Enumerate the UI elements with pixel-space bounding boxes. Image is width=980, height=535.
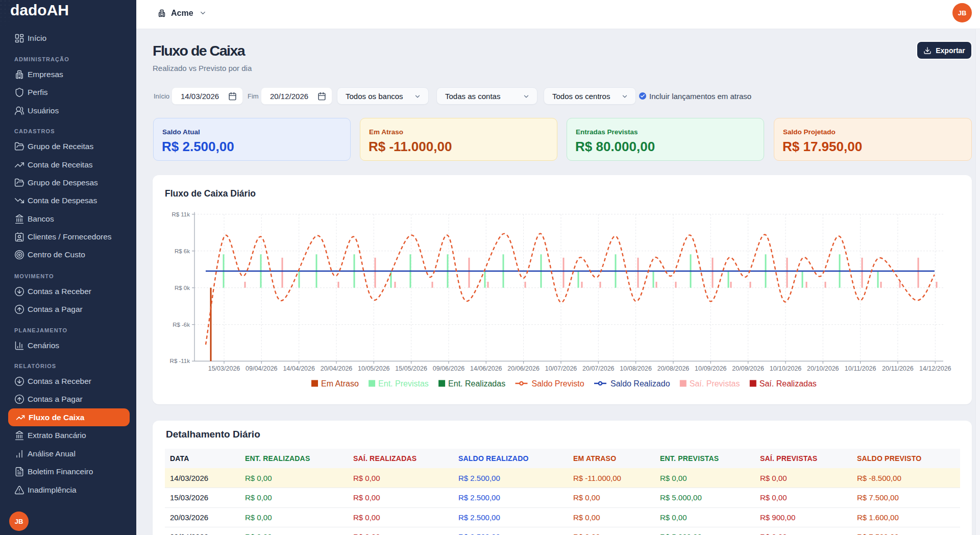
svg-text:Saí. Realizadas: Saí. Realizadas <box>760 379 817 388</box>
svg-text:14/12/2026: 14/12/2026 <box>919 365 951 372</box>
svg-text:10/10/2026: 10/10/2026 <box>770 365 802 372</box>
svg-text:15/03/2026: 15/03/2026 <box>208 365 240 372</box>
svg-text:09/04/2026: 09/04/2026 <box>246 365 278 372</box>
svg-text:14/06/2026: 14/06/2026 <box>470 365 502 372</box>
svg-text:Em Atraso: Em Atraso <box>321 379 359 388</box>
svg-text:20/11/2026: 20/11/2026 <box>882 365 914 372</box>
svg-text:Saldo Realizado: Saldo Realizado <box>610 379 670 388</box>
svg-text:10/09/2026: 10/09/2026 <box>695 365 727 372</box>
svg-text:R$ 11k: R$ 11k <box>172 211 190 217</box>
svg-text:20/10/2026: 20/10/2026 <box>807 365 839 372</box>
svg-text:R$ -6k: R$ -6k <box>173 322 190 328</box>
svg-text:R$ 0k: R$ 0k <box>175 285 190 291</box>
svg-text:15/05/2026: 15/05/2026 <box>395 365 427 372</box>
svg-text:10/05/2026: 10/05/2026 <box>358 365 390 372</box>
svg-text:Saldo Previsto: Saldo Previsto <box>532 379 584 388</box>
svg-text:R$ 6k: R$ 6k <box>175 248 190 254</box>
svg-text:20/08/2026: 20/08/2026 <box>657 365 690 372</box>
svg-text:Fluxo de Caixa Diário: Fluxo de Caixa Diário <box>165 188 256 199</box>
svg-text:R$ -11k: R$ -11k <box>170 358 190 364</box>
svg-text:Saí. Previstas: Saí. Previstas <box>690 379 740 388</box>
svg-text:20/09/2026: 20/09/2026 <box>732 365 764 372</box>
svg-text:Ent. Previstas: Ent. Previstas <box>378 379 429 388</box>
svg-text:10/07/2026: 10/07/2026 <box>545 365 577 372</box>
svg-text:20/04/2026: 20/04/2026 <box>321 365 353 372</box>
svg-text:10/08/2026: 10/08/2026 <box>620 365 652 372</box>
svg-text:14/04/2026: 14/04/2026 <box>283 365 315 372</box>
svg-text:20/07/2026: 20/07/2026 <box>582 365 615 372</box>
svg-text:20/06/2026: 20/06/2026 <box>507 365 540 372</box>
svg-text:Ent. Realizadas: Ent. Realizadas <box>448 379 505 388</box>
svg-text:09/06/2026: 09/06/2026 <box>433 365 465 372</box>
svg-text:10/11/2026: 10/11/2026 <box>845 365 876 372</box>
